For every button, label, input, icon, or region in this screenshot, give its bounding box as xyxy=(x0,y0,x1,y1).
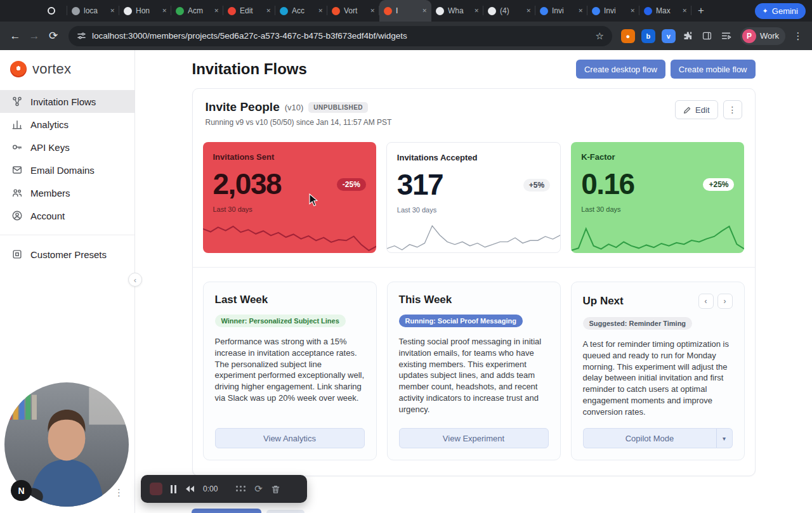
gemini-label: Gemini xyxy=(772,6,798,16)
extensions-puzzle-icon[interactable] xyxy=(679,27,697,45)
profile-chip[interactable]: P Work xyxy=(740,27,785,45)
tab-close-icon[interactable]: ✕ xyxy=(370,8,375,14)
sidebar-item-analytics[interactable]: Analytics xyxy=(0,113,134,136)
extension-icon[interactable]: v xyxy=(662,29,676,43)
browser-toolbar: ← → ⟳ localhost:3000/members/projects/5e… xyxy=(0,22,812,50)
next-suggestion-button[interactable]: › xyxy=(717,294,733,309)
sidebar-item-label: Customer Presets xyxy=(30,249,107,260)
tab-close-icon[interactable]: ✕ xyxy=(474,8,479,14)
browser-tab[interactable]: Edit ✕ xyxy=(223,0,275,22)
logo[interactable]: vortex xyxy=(0,50,134,90)
sidebar-item-label: Invitation Flows xyxy=(30,96,96,107)
sidebar-item-customer-presets[interactable]: Customer Presets xyxy=(0,243,134,266)
tab-favicon-icon xyxy=(592,7,600,15)
flow-menu-icon[interactable]: ⋮ xyxy=(723,100,742,119)
drag-handle-icon[interactable] xyxy=(236,486,246,492)
metric-card-invitations-sent[interactable]: Invitations Sent 2,038 -25% Last 30 days xyxy=(203,142,376,253)
browser-tab[interactable]: Vort ✕ xyxy=(327,0,379,22)
tab-favicon-icon xyxy=(436,7,444,15)
sidebar-item-members[interactable]: Members xyxy=(0,181,134,204)
browser-tab[interactable]: Acc ✕ xyxy=(275,0,327,22)
browser-tab[interactable]: Invi ✕ xyxy=(535,0,587,22)
tab-title: Hon xyxy=(136,6,158,15)
media-controls-icon[interactable] xyxy=(717,27,735,45)
view-analytics-button[interactable]: View Analytics xyxy=(215,428,365,448)
site-controls-icon[interactable] xyxy=(77,31,86,41)
sidebar-item-email-domains[interactable]: Email Domains xyxy=(0,159,134,181)
insight-title: Last Week xyxy=(215,294,268,306)
bookmark-star-icon[interactable]: ☆ xyxy=(595,30,603,42)
browser-tab-active[interactable]: I ✕ xyxy=(379,0,431,22)
tab-close-icon[interactable]: ✕ xyxy=(526,8,531,14)
tab-close-icon[interactable]: ✕ xyxy=(110,8,115,14)
edit-button[interactable]: Edit xyxy=(675,100,717,119)
sidebar-item-api-keys[interactable]: API Keys xyxy=(0,136,134,159)
tab-title: Invi xyxy=(552,6,574,15)
browser-tab[interactable]: Hon ✕ xyxy=(119,0,171,22)
insight-card-this-week: This Week Running: Social Proof Messagin… xyxy=(387,282,561,460)
partially-visible-button[interactable] xyxy=(192,509,261,513)
flow-icon xyxy=(11,96,23,107)
flow-subtitle: Running v9 vs v10 (50/50) since Jan 14, … xyxy=(206,118,392,127)
browser-tab[interactable]: Acm ✕ xyxy=(171,0,223,22)
tab-close-icon[interactable]: ✕ xyxy=(214,8,219,14)
tab-close-icon[interactable]: ✕ xyxy=(682,8,687,14)
rewind-icon[interactable] xyxy=(185,485,195,493)
tab-close-icon[interactable]: ✕ xyxy=(578,8,583,14)
sidebar-collapse-button[interactable]: ‹ xyxy=(128,273,142,287)
flow-title: Invite People xyxy=(206,100,280,114)
avatar[interactable]: N xyxy=(11,480,32,501)
browser-tab[interactable]: loca ✕ xyxy=(67,0,119,22)
copilot-mode-dropdown[interactable]: ▾ xyxy=(716,428,733,448)
browser-tab[interactable]: Wha ✕ xyxy=(431,0,483,22)
tab-close-icon[interactable]: ✕ xyxy=(266,8,271,14)
browser-tab[interactable]: Max ✕ xyxy=(639,0,691,22)
tab-close-icon[interactable]: ✕ xyxy=(422,8,427,14)
browser-tab[interactable] xyxy=(36,0,67,22)
pause-button[interactable] xyxy=(171,485,176,493)
tab-close-icon[interactable]: ✕ xyxy=(318,8,323,14)
pencil-icon xyxy=(683,106,691,114)
new-tab-button[interactable]: + xyxy=(691,0,710,22)
browser-menu-icon[interactable]: ⋮ xyxy=(790,30,806,42)
extension-icon[interactable]: b xyxy=(641,29,655,43)
insight-body: Performance was strong with a 15% increa… xyxy=(215,336,365,404)
back-button[interactable]: ← xyxy=(6,27,24,45)
edit-label: Edit xyxy=(695,105,709,115)
browser-tab-strip: loca ✕ Hon ✕ Acm ✕ Edit ✕ Acc ✕ Vort ✕ I… xyxy=(0,0,812,22)
stop-recording-button[interactable] xyxy=(150,483,162,495)
person-circle-icon xyxy=(11,210,23,221)
address-bar[interactable]: localhost:3000/members/projects/5ed6a27c… xyxy=(69,26,612,46)
metric-card-invitations-accepted[interactable]: Invitations Accepted 317 +5% Last 30 day… xyxy=(386,142,561,253)
recorder-toolbar: 0:00 ⟳ xyxy=(141,475,307,503)
restart-recording-icon[interactable]: ⟳ xyxy=(254,483,263,495)
sidebar-item-invitation-flows[interactable]: Invitation Flows xyxy=(0,90,134,113)
browser-tab[interactable]: (4) ✕ xyxy=(483,0,535,22)
preset-box-icon xyxy=(11,249,23,260)
metric-card-k-factor[interactable]: K-Factor 0.16 +25% Last 30 days xyxy=(571,142,744,253)
metric-title: Invitations Accepted xyxy=(397,153,550,162)
winner-badge: Winner: Personalized Subject Lines xyxy=(215,315,346,327)
gemini-button[interactable]: ✦ Gemini xyxy=(755,3,806,19)
side-panel-icon[interactable] xyxy=(698,27,716,45)
extension-icon[interactable]: ● xyxy=(621,29,635,43)
view-experiment-button[interactable]: View Experiment xyxy=(399,428,549,448)
tab-close-icon[interactable]: ✕ xyxy=(162,8,167,14)
status-badge: UNPUBLISHED xyxy=(308,102,368,113)
webcam-menu-icon[interactable]: ⋮ xyxy=(114,487,124,498)
copilot-mode-button[interactable]: Copilot Mode xyxy=(583,428,716,448)
recording-time: 0:00 xyxy=(203,484,218,493)
reload-button[interactable]: ⟳ xyxy=(44,27,62,45)
sidebar-item-account[interactable]: Account xyxy=(0,204,134,227)
insight-card-last-week: Last Week Winner: Personalized Subject L… xyxy=(203,282,377,460)
browser-tab[interactable]: Invi ✕ xyxy=(587,0,639,22)
create-desktop-flow-button[interactable]: Create desktop flow xyxy=(576,60,665,79)
tab-close-icon[interactable]: ✕ xyxy=(630,8,635,14)
tab-title: (4) xyxy=(500,6,522,15)
suggested-badge: Suggested: Reminder Timing xyxy=(583,317,693,330)
create-mobile-flow-button[interactable]: Create mobile flow xyxy=(671,60,756,79)
delete-recording-icon[interactable] xyxy=(271,484,280,494)
prev-suggestion-button[interactable]: ‹ xyxy=(698,294,714,309)
forward-button[interactable]: → xyxy=(25,27,43,45)
delta-badge: +25% xyxy=(703,178,734,191)
